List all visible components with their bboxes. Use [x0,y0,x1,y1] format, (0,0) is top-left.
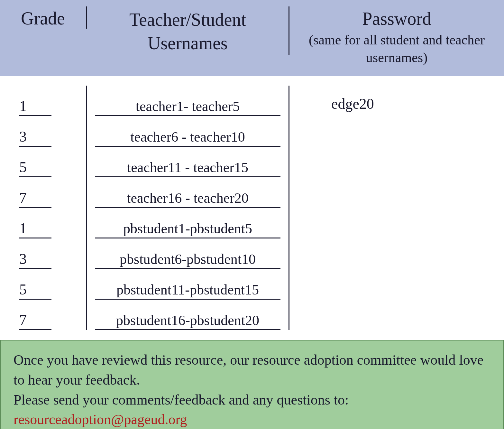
footer-box: Once you have reviewd this resource, our… [0,340,504,429]
table-row: 3 pbstudent6-pbstudent10 [0,238,289,269]
table-row: 3 teacher6 - teacher10 [0,116,289,147]
table-row: 1 pbstudent1-pbstudent5 [0,208,289,238]
cell-grade: 1 [0,86,87,116]
password-value: edge20 [289,76,504,330]
header-usernames: Teacher/Student Usernames [87,6,289,55]
cell-grade: 5 [0,147,87,177]
cell-username: pbstudent1-pbstudent5 [87,208,289,238]
cell-grade: 5 [0,269,87,300]
footer-text-2: Please send your comments/feedback and a… [14,390,490,410]
cell-username: pbstudent11-pbstudent15 [87,269,289,300]
cell-grade: 7 [0,177,87,208]
cell-grade: 7 [0,300,87,330]
cell-username: pbstudent16-pbstudent20 [87,300,289,330]
cell-username: teacher1- teacher5 [87,86,289,116]
header-grade: Grade [0,6,87,29]
footer-email: resourceadoption@pageud.org [14,410,490,429]
cell-username: teacher11 - teacher15 [87,147,289,177]
cell-username: pbstudent6-pbstudent10 [87,238,289,269]
table-body: 1 teacher1- teacher5 3 teacher6 - teache… [0,76,289,330]
cell-grade: 1 [0,208,87,238]
table-row: 7 teacher16 - teacher20 [0,177,289,208]
table-header: Grade Teacher/Student Usernames Password… [0,0,504,76]
table-row: 1 teacher1- teacher5 [0,86,289,116]
header-password-subtitle: (same for all student and teacher userna… [299,31,494,66]
table-row: 5 teacher11 - teacher15 [0,147,289,177]
cell-username: teacher16 - teacher20 [87,177,289,208]
cell-grade: 3 [0,116,87,147]
cell-grade: 3 [0,238,87,269]
table-row: 7 pbstudent16-pbstudent20 [0,300,289,330]
footer-text-1: Once you have reviewd this resource, our… [14,350,490,390]
header-password-title: Password [299,8,494,30]
table-row: 5 pbstudent11-pbstudent15 [0,269,289,300]
cell-username: teacher6 - teacher10 [87,116,289,147]
header-password: Password (same for all student and teach… [289,6,504,66]
